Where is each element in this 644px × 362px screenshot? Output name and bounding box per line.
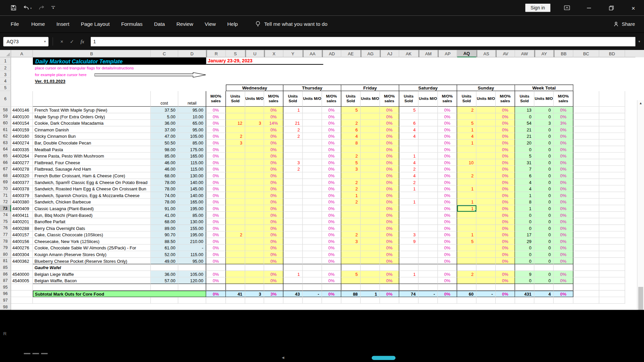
cell-X70[interactable]: 0%	[264, 185, 283, 192]
cell-AE96[interactable]: 88	[341, 291, 361, 297]
col-header-AW[interactable]: AW	[515, 50, 535, 57]
cell-AS80[interactable]	[476, 251, 496, 258]
cell-AD75[interactable]: 0%	[322, 218, 341, 225]
cell-U75[interactable]	[245, 218, 264, 225]
cell-AQ64[interactable]	[457, 146, 477, 153]
cell-A71[interactable]: 4400379	[11, 192, 33, 199]
cell-R68[interactable]: 0%	[206, 172, 226, 179]
row-header-86[interactable]: 86	[0, 271, 11, 278]
cell-AG58[interactable]	[361, 107, 380, 113]
cell-X61[interactable]: 0%	[264, 126, 283, 133]
cell-Y66[interactable]: 3	[283, 159, 303, 166]
cell-C79[interactable]: 61.00	[151, 245, 178, 251]
cell-Y81[interactable]	[283, 258, 303, 264]
cell-A95[interactable]	[11, 284, 33, 291]
cell-AE64[interactable]	[341, 146, 361, 153]
col-header-C[interactable]: C	[151, 50, 178, 57]
cell-Y75[interactable]	[283, 218, 303, 225]
row-header-97[interactable]: 97	[0, 297, 11, 304]
cell-AJ71[interactable]: 0%	[380, 192, 399, 199]
cell-AP70[interactable]: 0%	[438, 185, 457, 192]
cell-AD85[interactable]	[322, 264, 341, 271]
cell-B72[interactable]: Sandwich, Chicken Barbecue	[33, 199, 151, 205]
row-header-66[interactable]: 66	[0, 159, 11, 166]
cell-AY81[interactable]: 0	[534, 258, 554, 264]
cell-AK86[interactable]: 1	[399, 271, 419, 278]
cell-AW75[interactable]: 0	[515, 218, 535, 225]
cell-AY68[interactable]: 0	[534, 172, 554, 179]
header-cell-C6[interactable]: cost	[151, 91, 178, 107]
cell-AJ95[interactable]	[380, 284, 399, 291]
col-header-BB[interactable]: BB	[554, 50, 574, 57]
cell-AM64[interactable]	[419, 146, 438, 153]
cell-AQ81[interactable]	[457, 258, 477, 264]
cell-AW96[interactable]: 431	[515, 291, 535, 297]
cell-AA76[interactable]	[303, 225, 322, 232]
cell-C59[interactable]: 5.00	[151, 113, 178, 120]
cell-AA97[interactable]	[303, 297, 322, 304]
cell-BB97[interactable]	[554, 297, 574, 304]
cell-AD78[interactable]: 0%	[322, 238, 341, 245]
cell-AE78[interactable]: 3	[341, 238, 361, 245]
cell-B63[interactable]: Bar, Double Chocolate Pecan	[33, 139, 151, 146]
cell-AS72[interactable]	[476, 199, 496, 205]
cell-S73[interactable]	[226, 205, 245, 212]
cell-AV96[interactable]: 0%	[496, 291, 515, 297]
cell-BB72[interactable]: 0%	[554, 199, 574, 205]
cell-S61[interactable]	[226, 126, 245, 133]
cell-AP76[interactable]: 0%	[438, 225, 457, 232]
cell-AA85[interactable]	[303, 264, 322, 271]
cell-X73[interactable]: 0%	[264, 205, 283, 212]
cell-S63[interactable]: 3	[226, 139, 245, 146]
cell-AS67[interactable]	[476, 166, 496, 173]
cell-C65[interactable]: 85.00	[151, 153, 178, 160]
tab-data[interactable]: Data	[148, 16, 171, 33]
cell-AM87[interactable]	[419, 278, 438, 284]
cell-Y70[interactable]	[283, 185, 303, 192]
cell-AA62[interactable]	[303, 133, 322, 140]
cell-S85[interactable]	[226, 264, 245, 271]
row-header-61[interactable]: 61	[0, 126, 11, 133]
cell-BB68[interactable]: 0%	[554, 172, 574, 179]
cell-R77[interactable]: 0%	[206, 232, 226, 238]
cell-AG97[interactable]	[361, 297, 380, 304]
cell-AM65[interactable]	[419, 153, 438, 160]
cell-AM80[interactable]	[419, 251, 438, 258]
cell-D86[interactable]: 105.00	[178, 271, 206, 278]
cell-Y71[interactable]	[283, 192, 303, 199]
cell-AW86[interactable]: 9	[515, 271, 535, 278]
cell-AM75[interactable]	[419, 218, 438, 225]
col-header-AE[interactable]: AE	[341, 50, 361, 57]
cell-AA96[interactable]: -	[303, 291, 322, 297]
cell-AG79[interactable]	[361, 245, 380, 251]
cell-AM70[interactable]	[419, 185, 438, 192]
cell-AA63[interactable]	[303, 139, 322, 146]
cell-B59[interactable]: Maple Syrup (For Extra Orders Only)	[33, 113, 151, 120]
row-header-65[interactable]: 65	[0, 153, 11, 160]
cell-AK62[interactable]: 4	[399, 133, 419, 140]
cell-AJ80[interactable]: 0%	[380, 251, 399, 258]
cell-AJ66[interactable]: 0%	[380, 159, 399, 166]
cell-AJ78[interactable]: 0%	[380, 238, 399, 245]
cell-B80[interactable]: Kouign Amann (Reserve Stores Only)	[33, 251, 151, 258]
cell-Y97[interactable]	[283, 297, 303, 304]
cell-C85[interactable]	[151, 264, 178, 271]
cell-AP79[interactable]: 0%	[438, 245, 457, 251]
cell-AJ74[interactable]: 0%	[380, 212, 399, 219]
cell-AA75[interactable]	[303, 218, 322, 225]
row-header-72[interactable]: 72	[0, 199, 11, 205]
cell-BB64[interactable]: 0%	[554, 146, 574, 153]
cell-B61[interactable]: Cinnamon Danish	[33, 126, 151, 133]
cell-BB58[interactable]: 0%	[554, 107, 574, 113]
cell-AD70[interactable]: 0%	[322, 185, 341, 192]
cell-BB70[interactable]: 0%	[554, 185, 574, 192]
cell-AQ73[interactable]: 1	[457, 205, 477, 212]
cell-D68[interactable]: 130.00	[178, 172, 206, 179]
cell-AW72[interactable]: 8	[515, 199, 535, 205]
row-header-63[interactable]: 63	[0, 139, 11, 146]
cell-D63[interactable]: 85.00	[178, 139, 206, 146]
cell-A58[interactable]: 4400146	[11, 107, 33, 113]
col-header-AS[interactable]: AS	[476, 50, 496, 57]
cell-AG87[interactable]	[361, 278, 380, 284]
cell-AS69[interactable]	[476, 179, 496, 186]
